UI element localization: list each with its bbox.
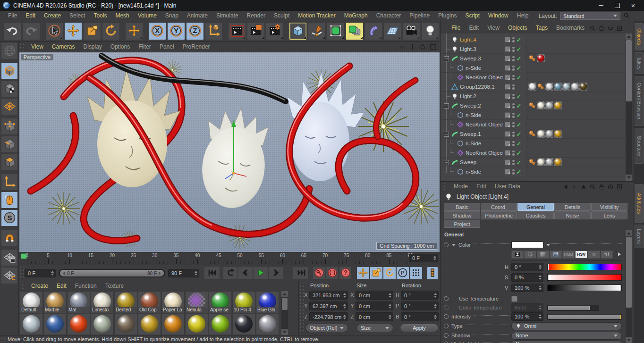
- history-back-icon[interactable]: [562, 183, 569, 191]
- viewport-menu-prorender[interactable]: ProRender: [178, 42, 214, 52]
- menu-edit[interactable]: Edit: [21, 11, 40, 21]
- saturation-gradient-slider[interactable]: [547, 274, 622, 281]
- am-menu-edit[interactable]: Edit: [472, 182, 491, 192]
- visibility-dots[interactable]: [512, 141, 515, 146]
- layer-toggle[interactable]: [505, 37, 510, 42]
- tab-basic[interactable]: Basic: [444, 203, 480, 211]
- play-forwards-button[interactable]: [253, 267, 268, 280]
- material-tile[interactable]: [67, 314, 90, 335]
- layer-toggle[interactable]: [505, 46, 510, 52]
- side-tab-content-browser[interactable]: Content Browser: [635, 76, 644, 126]
- enable-check-icon[interactable]: ✓: [517, 169, 523, 175]
- visibility-dots[interactable]: [512, 47, 515, 52]
- type-dropdown[interactable]: Omni: [511, 322, 622, 330]
- viewport-zoom-icon[interactable]: [408, 42, 416, 51]
- visibility-dots[interactable]: [512, 132, 515, 137]
- material-menu-function[interactable]: Function: [71, 281, 101, 291]
- tab-project[interactable]: Project: [444, 220, 480, 228]
- menu-plugins[interactable]: Plugins: [434, 11, 461, 21]
- material-tag[interactable]: [528, 83, 536, 91]
- goto-start-button[interactable]: [204, 267, 220, 280]
- material-tag[interactable]: [579, 83, 587, 91]
- rotation-x-field[interactable]: 0 °: [401, 291, 439, 300]
- layer-toggle[interactable]: [505, 75, 510, 80]
- floor-button[interactable]: [383, 22, 401, 40]
- phong-tag-icon[interactable]: [528, 54, 536, 62]
- color-mode-kelvin[interactable]: K: [588, 251, 600, 259]
- material-tile[interactable]: [43, 314, 67, 335]
- color-mode-rgb[interactable]: RGB: [562, 251, 575, 259]
- object-row-light-2[interactable]: Light.2 ✓: [441, 92, 626, 101]
- object-row-sweep[interactable]: −Sweep ✓: [441, 158, 626, 167]
- viewport-menu-options[interactable]: Options: [106, 42, 134, 52]
- menu-volume[interactable]: Volume: [134, 11, 161, 21]
- visibility-dots[interactable]: [512, 113, 515, 118]
- menu-help[interactable]: Help: [513, 11, 533, 21]
- intensity-field[interactable]: 100 %: [511, 312, 543, 321]
- key-position-button[interactable]: [356, 267, 370, 280]
- material-tile[interactable]: Blue Gla: [256, 291, 279, 313]
- polygons-mode-button[interactable]: [1, 154, 18, 171]
- camera-button[interactable]: [402, 22, 420, 40]
- am-menu-grip[interactable]: [442, 183, 446, 191]
- key-scale-button[interactable]: [370, 267, 383, 280]
- material-tile[interactable]: Mat: [67, 291, 90, 313]
- value-stepper[interactable]: [537, 285, 542, 290]
- visibility-dots[interactable]: [512, 151, 515, 156]
- om-menu-file[interactable]: File: [447, 23, 465, 33]
- play-backwards-button[interactable]: [223, 267, 238, 280]
- material-scroll-down[interactable]: [281, 329, 288, 335]
- add-cube-button[interactable]: [289, 22, 307, 40]
- record-keyframe-button[interactable]: [313, 267, 325, 280]
- enable-check-icon[interactable]: ✓: [517, 65, 523, 71]
- menu-script[interactable]: Script: [461, 11, 484, 21]
- rotate-button[interactable]: [102, 22, 120, 40]
- visibility-dots[interactable]: [512, 37, 515, 42]
- object-row-light-3[interactable]: Light.3 ✓: [441, 44, 626, 54]
- range-end-field[interactable]: 90 F: [168, 269, 199, 277]
- timeline-range-bar[interactable]: 0 F 90 F: [60, 270, 164, 276]
- am-menu-user-data[interactable]: User Data: [491, 182, 525, 192]
- side-tab-layers[interactable]: Layers: [635, 225, 644, 248]
- enable-check-icon[interactable]: ✓: [517, 46, 523, 52]
- attribute-scrollbar[interactable]: [626, 230, 632, 343]
- last-tool-button[interactable]: [125, 22, 143, 40]
- layer-toggle[interactable]: [505, 131, 510, 137]
- tab-details[interactable]: Details: [554, 203, 591, 211]
- tab-photometric[interactable]: Photometric: [481, 211, 517, 219]
- material-menu-edit[interactable]: Edit: [52, 281, 71, 291]
- om-menu-view[interactable]: View: [483, 23, 504, 33]
- shadow-dropdown[interactable]: None: [511, 332, 622, 340]
- redo-button[interactable]: [22, 22, 40, 40]
- side-tab-objects[interactable]: Objects: [635, 23, 644, 50]
- object-row-group12208-1[interactable]: Group12208.1: [441, 82, 626, 92]
- path-icon[interactable]: [607, 25, 614, 32]
- size-x-field[interactable]: 0 cm: [356, 291, 393, 300]
- position-mode-dropdown[interactable]: Object (Rel): [305, 324, 348, 332]
- search-icon[interactable]: [589, 183, 596, 191]
- material-menu-grip[interactable]: [20, 282, 24, 290]
- key-point-level-button[interactable]: [409, 267, 423, 280]
- layer-toggle[interactable]: [505, 169, 510, 175]
- menu-render[interactable]: Render: [243, 11, 270, 21]
- position-y-field[interactable]: 62.397 cm: [309, 301, 348, 310]
- autokeying-button[interactable]: [326, 267, 339, 280]
- material-tile[interactable]: [20, 314, 43, 335]
- history-forward-icon[interactable]: [571, 183, 578, 191]
- viewport-pan-icon[interactable]: [398, 42, 406, 51]
- tab-noise[interactable]: Noise: [554, 211, 591, 219]
- workplane-lock-button[interactable]: [1, 249, 18, 266]
- material-tag[interactable]: [562, 83, 570, 91]
- keyframe-selection-button[interactable]: ?: [339, 267, 352, 280]
- material-tag[interactable]: [537, 54, 545, 62]
- value-handle[interactable]: [620, 284, 621, 291]
- range-end-stepper[interactable]: [193, 271, 197, 276]
- object-row-neoknot-object[interactable]: NeoKnot Object ✓: [441, 73, 626, 82]
- material-scroll-thumb[interactable]: [282, 298, 288, 310]
- layer-toggle[interactable]: [505, 122, 510, 127]
- layer-toggle[interactable]: [505, 56, 510, 61]
- stepper[interactable]: [432, 293, 437, 298]
- phong-tag-icon[interactable]: [528, 158, 536, 166]
- side-tab-structure[interactable]: Structure: [635, 128, 644, 164]
- home-icon[interactable]: [598, 25, 605, 32]
